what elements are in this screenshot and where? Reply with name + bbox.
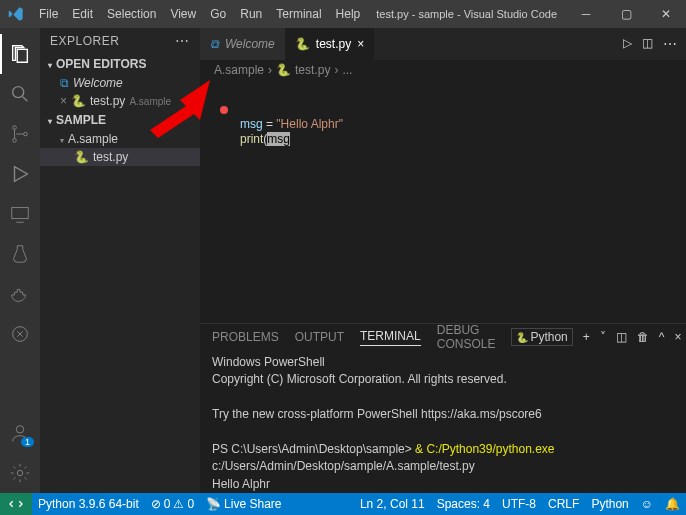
close-icon[interactable]: ✕ bbox=[646, 0, 686, 28]
svg-rect-4 bbox=[12, 208, 29, 219]
code-editor[interactable]: msg = "Hello Alphr" print(msg bbox=[200, 80, 686, 323]
status-problems[interactable]: ⊘ 0 ⚠ 0 bbox=[145, 497, 200, 511]
split-terminal-icon[interactable]: ◫ bbox=[616, 330, 627, 344]
tab-testpy[interactable]: 🐍test.py× bbox=[285, 28, 374, 60]
menu-help[interactable]: Help bbox=[329, 3, 368, 25]
terminal-select[interactable]: 🐍 Python bbox=[511, 328, 572, 346]
minimize-icon[interactable]: ─ bbox=[566, 0, 606, 28]
explorer-title: EXPLORER bbox=[50, 34, 119, 48]
menu-edit[interactable]: Edit bbox=[65, 3, 100, 25]
status-feedback-icon[interactable]: ☺ bbox=[635, 497, 659, 511]
status-language[interactable]: Python bbox=[585, 497, 634, 511]
close-panel-icon[interactable]: × bbox=[674, 330, 681, 344]
activity-remote-icon[interactable] bbox=[0, 194, 40, 234]
activity-testing-icon[interactable] bbox=[0, 234, 40, 274]
panel-tab-problems[interactable]: PROBLEMS bbox=[212, 330, 279, 344]
svg-point-3 bbox=[24, 132, 28, 136]
vscode-logo bbox=[0, 6, 32, 22]
activity-search-icon[interactable] bbox=[0, 74, 40, 114]
status-encoding[interactable]: UTF-8 bbox=[496, 497, 542, 511]
status-eol[interactable]: CRLF bbox=[542, 497, 585, 511]
svg-point-1 bbox=[13, 126, 17, 130]
maximize-icon[interactable]: ▢ bbox=[606, 0, 646, 28]
tab-close-icon[interactable]: × bbox=[357, 37, 364, 51]
explorer-more-icon[interactable]: ⋯ bbox=[175, 33, 190, 49]
svg-point-2 bbox=[13, 139, 17, 143]
menu-selection[interactable]: Selection bbox=[100, 3, 163, 25]
kill-terminal-icon[interactable]: 🗑 bbox=[637, 330, 649, 344]
tab-welcome[interactable]: ⧉Welcome bbox=[200, 28, 285, 60]
menu-terminal[interactable]: Terminal bbox=[269, 3, 328, 25]
new-terminal-icon[interactable]: + bbox=[583, 330, 590, 344]
split-editor-icon[interactable]: ◫ bbox=[642, 36, 653, 52]
activity-source-control-icon[interactable] bbox=[0, 114, 40, 154]
status-python[interactable]: Python 3.9.6 64-bit bbox=[32, 497, 145, 511]
terminal-dropdown-icon[interactable]: ˅ bbox=[600, 330, 606, 344]
open-editors-section[interactable]: OPEN EDITORS bbox=[40, 54, 200, 74]
folder-asample[interactable]: A.sample bbox=[40, 130, 200, 148]
svg-point-6 bbox=[16, 426, 23, 433]
breadcrumb[interactable]: A.sample›🐍test.py›... bbox=[200, 60, 686, 80]
activity-account-icon[interactable]: 1 bbox=[0, 413, 40, 453]
status-notifications-icon[interactable]: 🔔 bbox=[659, 497, 686, 511]
editor-more-icon[interactable]: ⋯ bbox=[663, 36, 678, 52]
panel-tab-output[interactable]: OUTPUT bbox=[295, 330, 344, 344]
status-live-share[interactable]: 📡 Live Share bbox=[200, 497, 287, 511]
window-title: test.py - sample - Visual Studio Code bbox=[367, 8, 566, 20]
panel-tab-debug[interactable]: DEBUG CONSOLE bbox=[437, 323, 496, 351]
status-spaces[interactable]: Spaces: 4 bbox=[431, 497, 496, 511]
sample-section[interactable]: SAMPLE bbox=[40, 110, 200, 130]
activity-settings-icon[interactable] bbox=[0, 453, 40, 493]
open-editor-testpy[interactable]: ×🐍test.py A.sample bbox=[40, 92, 200, 110]
activity-run-debug-icon[interactable] bbox=[0, 154, 40, 194]
breakpoint-icon[interactable] bbox=[220, 106, 228, 114]
status-cursor[interactable]: Ln 2, Col 11 bbox=[354, 497, 431, 511]
terminal-body[interactable]: Windows PowerShell Copyright (C) Microso… bbox=[200, 350, 686, 493]
svg-point-7 bbox=[17, 470, 23, 476]
activity-explorer-icon[interactable] bbox=[0, 34, 40, 74]
file-testpy[interactable]: 🐍test.py bbox=[40, 148, 200, 166]
activity-docker-icon[interactable] bbox=[0, 274, 40, 314]
run-icon[interactable]: ▷ bbox=[623, 36, 632, 52]
remote-indicator[interactable] bbox=[0, 493, 32, 515]
menu-file[interactable]: File bbox=[32, 3, 65, 25]
main-menu: File Edit Selection View Go Run Terminal… bbox=[32, 3, 367, 25]
panel-tab-terminal[interactable]: TERMINAL bbox=[360, 329, 421, 346]
activity-live-share-icon[interactable] bbox=[0, 314, 40, 354]
svg-point-0 bbox=[13, 87, 24, 98]
menu-view[interactable]: View bbox=[163, 3, 203, 25]
open-editor-welcome[interactable]: ⧉Welcome bbox=[40, 74, 200, 92]
menu-run[interactable]: Run bbox=[233, 3, 269, 25]
menu-go[interactable]: Go bbox=[203, 3, 233, 25]
maximize-panel-icon[interactable]: ^ bbox=[659, 330, 665, 344]
